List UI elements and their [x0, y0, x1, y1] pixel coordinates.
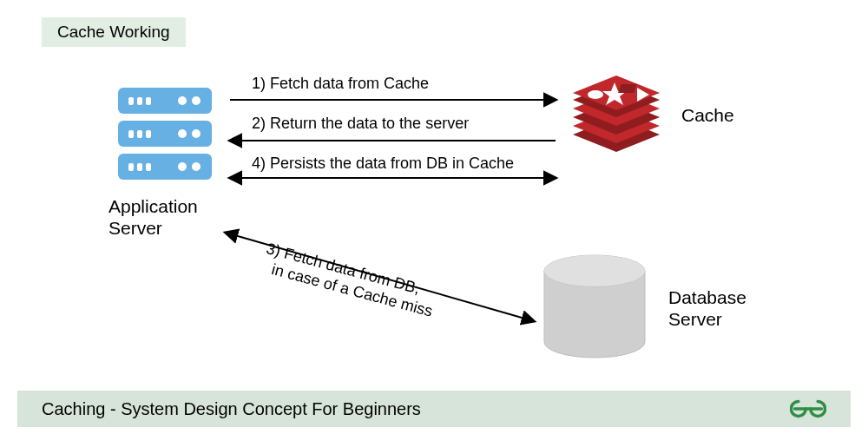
svg-point-16 — [178, 162, 187, 171]
svg-point-32 — [544, 255, 645, 286]
application-server-icon — [113, 82, 217, 187]
svg-rect-15 — [146, 163, 151, 171]
svg-rect-27 — [618, 84, 637, 93]
footer-title: Caching - System Design Concept For Begi… — [42, 399, 421, 419]
diagram: Application Server Cache Database Server — [0, 0, 868, 434]
svg-rect-8 — [128, 130, 134, 138]
database-icon — [538, 252, 651, 365]
step-4-label: 4) Persists the data from DB in Cache — [252, 155, 514, 173]
svg-rect-13 — [128, 163, 134, 171]
svg-rect-4 — [137, 97, 142, 105]
svg-point-11 — [178, 129, 187, 138]
cache-label: Cache — [681, 104, 734, 126]
svg-point-6 — [178, 96, 187, 105]
geeksforgeeks-logo-icon — [790, 397, 826, 421]
svg-point-17 — [192, 162, 201, 171]
svg-rect-5 — [146, 97, 151, 105]
svg-point-12 — [192, 129, 201, 138]
svg-point-7 — [192, 96, 201, 105]
step-1-label: 1) Fetch data from Cache — [252, 75, 429, 93]
step-2-label: 2) Return the data to the server — [252, 115, 469, 133]
svg-rect-10 — [146, 130, 151, 138]
footer-bar: Caching - System Design Concept For Begi… — [17, 391, 851, 427]
svg-rect-3 — [128, 97, 134, 105]
cache-icon — [564, 74, 668, 169]
svg-rect-14 — [137, 163, 142, 171]
application-server-label: Application Server — [108, 195, 198, 239]
database-label: Database Server — [668, 286, 746, 330]
svg-rect-9 — [137, 130, 142, 138]
svg-point-24 — [588, 90, 603, 99]
